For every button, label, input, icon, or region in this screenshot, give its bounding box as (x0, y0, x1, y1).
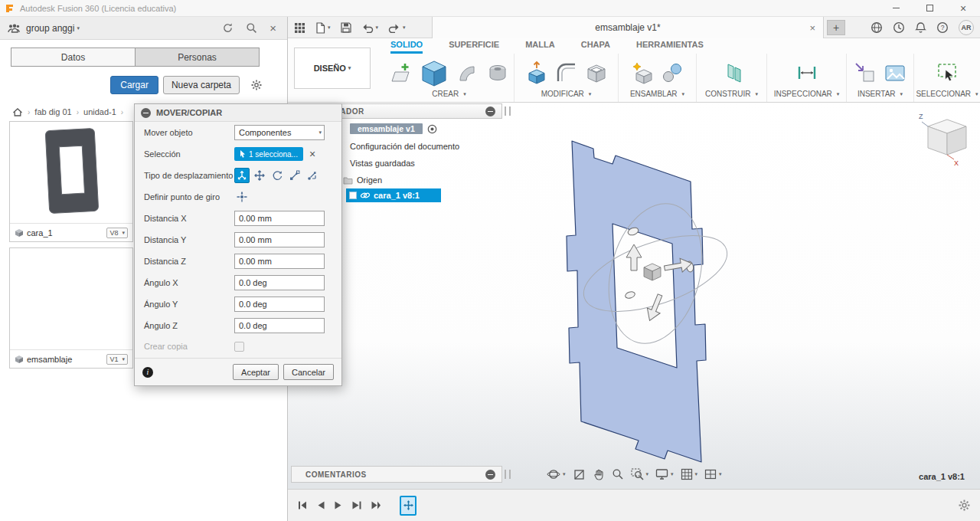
angle-y-input[interactable] (234, 297, 325, 312)
user-avatar[interactable]: AR (959, 20, 974, 35)
new-component-icon[interactable] (630, 61, 655, 85)
set-pivot-icon[interactable] (234, 189, 250, 205)
undo-icon[interactable]: ▾ (361, 23, 379, 33)
pan-icon[interactable] (593, 468, 605, 481)
dialog-titlebar[interactable]: MOVER/COPIAR (135, 104, 341, 122)
select-icon[interactable] (934, 61, 960, 85)
job-status-clock-icon[interactable] (893, 21, 905, 34)
visibility-icon[interactable] (427, 124, 437, 134)
viewcube[interactable]: Z X (919, 113, 966, 167)
distance-x-input[interactable] (234, 211, 325, 226)
browser-item-cara-1-selected[interactable]: cara_1 v8:1 (346, 188, 441, 202)
comments-bar[interactable]: COMENTARIOS (291, 466, 502, 483)
collapse-dialog-icon[interactable] (141, 108, 151, 118)
close-button[interactable]: × (946, 0, 980, 16)
zoom-window-icon[interactable]: ▾ (631, 468, 649, 480)
refresh-icon[interactable] (222, 22, 234, 34)
angle-x-input[interactable] (234, 275, 325, 290)
panel-settings-gear-icon[interactable] (250, 79, 263, 91)
new-document-tab-button[interactable]: + (827, 20, 845, 35)
move-type-rotate-icon[interactable] (270, 168, 285, 183)
group-label-seleccionar[interactable]: SELECCIONAR▾ (916, 90, 978, 102)
group-label-construir[interactable]: CONSTRUIR▾ (705, 90, 758, 102)
timeline-play-icon[interactable] (334, 500, 343, 510)
part-cara-1[interactable] (567, 141, 706, 462)
browser-resize-grip[interactable] (505, 106, 511, 116)
create-sketch-icon[interactable] (388, 61, 413, 85)
move-type-point-to-position-icon[interactable] (305, 168, 320, 183)
document-tab[interactable]: emsamblaje v1* × (432, 17, 824, 38)
design-card-emsamblaje[interactable]: emsamblaje V1▾ (9, 247, 133, 369)
tab-personas[interactable]: Personas (135, 48, 260, 67)
version-chip[interactable]: V8▾ (106, 228, 128, 238)
team-name[interactable]: group anggi (26, 23, 74, 34)
version-chip[interactable]: V1▾ (106, 354, 128, 365)
extrude-icon[interactable] (418, 57, 450, 89)
tab-herramientas[interactable]: HERRAMIENTAS (636, 40, 704, 54)
collapse-browser-icon[interactable] (485, 106, 495, 116)
tab-superficie[interactable]: SUPERFICIE (449, 40, 499, 54)
save-icon[interactable] (341, 22, 351, 33)
move-type-translate-icon[interactable] (252, 168, 267, 183)
expand-comments-icon[interactable] (485, 470, 495, 480)
help-icon[interactable]: ? (936, 21, 949, 34)
hole-icon[interactable] (485, 61, 510, 85)
insert-canvas-icon[interactable] (883, 61, 907, 85)
grid-display-icon[interactable]: ▾ (681, 468, 698, 480)
timeline-step-back-icon[interactable] (316, 500, 325, 510)
distance-y-input[interactable] (234, 232, 325, 247)
group-label-crear[interactable]: CREAR▾ (432, 90, 466, 102)
upload-button[interactable]: Cargar (110, 76, 158, 94)
measure-icon[interactable] (795, 61, 819, 85)
root-item-chip[interactable]: emsamblaje v1 (350, 123, 423, 134)
joint-icon[interactable] (660, 61, 684, 85)
search-icon[interactable] (246, 22, 257, 34)
viewports-icon[interactable]: ▾ (704, 468, 722, 480)
insert-derive-icon[interactable] (853, 61, 877, 85)
tab-solido[interactable]: SOLIDO (390, 40, 423, 54)
close-document-icon[interactable]: × (809, 22, 815, 34)
move-object-select[interactable]: Componentes ▾ (234, 125, 325, 140)
move-type-point-to-point-icon[interactable] (287, 168, 302, 183)
shell-icon[interactable] (584, 61, 609, 85)
angle-z-input[interactable] (234, 318, 325, 333)
clear-selection-icon[interactable]: × (309, 148, 315, 160)
browser-item-origin[interactable]: Origen (343, 175, 382, 185)
timeline-step-forward-icon[interactable] (351, 500, 362, 510)
extensions-icon[interactable] (871, 21, 883, 34)
press-pull-icon[interactable] (524, 61, 549, 85)
data-panel-toggle-icon[interactable] (294, 22, 305, 34)
minimize-button[interactable] (879, 0, 913, 16)
construction-plane-icon[interactable] (720, 61, 744, 85)
group-label-ensamblar[interactable]: ENSAMBLAR▾ (630, 90, 684, 102)
zoom-icon[interactable] (612, 468, 624, 480)
file-menu-icon[interactable]: ▾ (315, 22, 331, 34)
revolve-icon[interactable] (456, 61, 480, 85)
breadcrumb-folder[interactable]: fab dig 01 (34, 107, 71, 116)
timeline-settings-gear-icon[interactable] (958, 499, 971, 512)
notifications-bell-icon[interactable] (915, 21, 926, 34)
fillet-icon[interactable] (554, 61, 579, 85)
manipulator-center-cube[interactable] (644, 264, 661, 280)
browser-root-item[interactable]: emsamblaje v1 (350, 123, 437, 134)
new-folder-button[interactable]: Nueva carpeta (163, 76, 240, 94)
timeline-go-to-end-icon[interactable] (371, 500, 381, 510)
orbit-icon[interactable]: ▾ (547, 467, 566, 481)
info-icon[interactable]: i (142, 367, 153, 378)
home-icon[interactable] (12, 107, 23, 117)
breadcrumb-folder[interactable]: unidad-1 (83, 107, 116, 116)
browser-item-saved-views[interactable]: Vistas guardadas (350, 159, 415, 168)
selection-chip[interactable]: 1 selecciona... (234, 147, 303, 161)
create-copy-checkbox[interactable] (234, 342, 244, 352)
distance-z-input[interactable] (234, 254, 325, 269)
cancel-dialog-button[interactable]: Cancelar (283, 364, 334, 380)
redo-icon[interactable]: ▾ (388, 23, 406, 33)
design-card-cara-1[interactable]: cara_1 V8▾ (9, 121, 133, 242)
workspace-selector[interactable]: DISEÑO▾ (294, 48, 371, 89)
tab-datos[interactable]: Datos (11, 48, 136, 67)
comments-resize-grip[interactable] (505, 470, 511, 479)
tab-malla[interactable]: MALLA (525, 40, 555, 54)
group-label-insertar[interactable]: INSERTAR▾ (858, 90, 903, 102)
timeline-go-to-start-icon[interactable] (297, 500, 308, 510)
browser-item-document-settings[interactable]: Configuración del documento (350, 142, 459, 151)
